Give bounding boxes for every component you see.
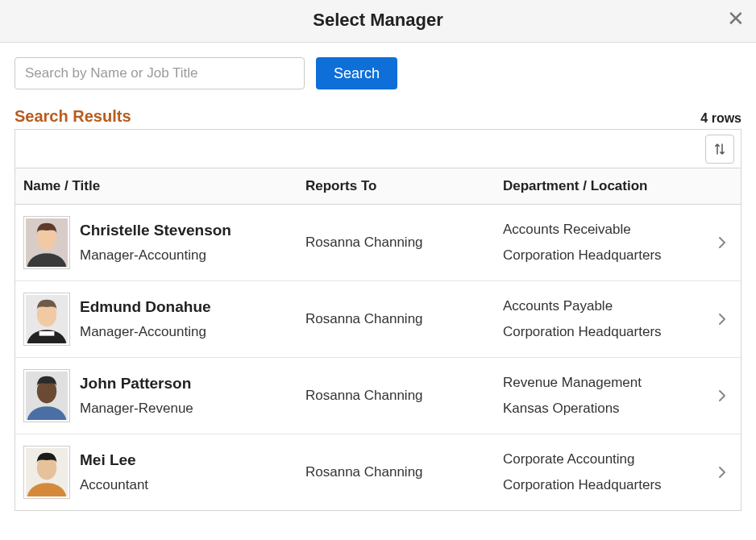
chevron-right-icon: [712, 388, 733, 403]
person-name: Christelle Stevenson: [80, 222, 305, 239]
result-row[interactable]: Mei Lee Accountant Rosanna Channing Corp…: [15, 434, 741, 510]
modal-content: Search Search Results 4 rows Name / Titl…: [0, 43, 756, 511]
department: Revenue Management: [503, 375, 712, 391]
person-name: Edmund Donahue: [80, 298, 305, 316]
location: Kansas Operations: [503, 401, 712, 417]
department: Corporate Accounting: [503, 451, 712, 467]
chevron-right-icon: [712, 235, 733, 250]
column-header-reports: Reports To: [305, 178, 503, 194]
column-header-dept: Department / Location: [503, 178, 733, 194]
sort-button[interactable]: [705, 135, 734, 164]
name-title-cell: Christelle Stevenson Manager-Accounting: [80, 222, 305, 264]
department: Accounts Receivable: [503, 222, 712, 238]
dept-loc-cell: Accounts Receivable Corporation Headquar…: [503, 222, 712, 264]
avatar: [23, 216, 70, 269]
results-toolbar: [15, 129, 741, 168]
person-title: Manager-Revenue: [80, 401, 305, 417]
svg-rect-5: [39, 331, 55, 336]
location: Corporation Headquarters: [503, 477, 712, 493]
person-name: John Patterson: [80, 375, 305, 393]
sort-icon: [712, 142, 727, 156]
reports-to-cell: Rosanna Channing: [305, 235, 503, 251]
reports-to-cell: Rosanna Channing: [305, 311, 503, 327]
result-row[interactable]: Edmund Donahue Manager-Accounting Rosann…: [15, 280, 741, 357]
person-title: Accountant: [80, 477, 305, 493]
dept-loc-cell: Accounts Payable Corporation Headquarter…: [503, 298, 712, 340]
reports-to-cell: Rosanna Channing: [305, 464, 503, 480]
column-header-name: Name / Title: [23, 178, 305, 194]
person-name: Mei Lee: [80, 451, 305, 469]
results-header: Search Results 4 rows: [15, 107, 741, 126]
department: Accounts Payable: [503, 298, 712, 314]
results-heading: Search Results: [15, 107, 131, 126]
name-title-cell: John Patterson Manager-Revenue: [80, 375, 305, 417]
location: Corporation Headquarters: [503, 324, 712, 340]
avatar: [23, 293, 70, 346]
chevron-right-icon: [712, 465, 733, 480]
result-row[interactable]: John Patterson Manager-Revenue Rosanna C…: [15, 357, 741, 434]
avatar: [23, 446, 70, 499]
name-title-cell: Mei Lee Accountant: [80, 451, 305, 493]
dept-loc-cell: Corporate Accounting Corporation Headqua…: [503, 451, 712, 493]
search-input[interactable]: [15, 57, 305, 89]
search-row: Search: [15, 57, 741, 89]
avatar: [23, 369, 70, 422]
reports-to-cell: Rosanna Channing: [305, 388, 503, 404]
modal-header: Select Manager ✕: [0, 0, 756, 43]
search-button[interactable]: Search: [316, 57, 397, 89]
person-title: Manager-Accounting: [80, 247, 305, 264]
close-icon: ✕: [727, 6, 745, 31]
modal-title: Select Manager: [313, 10, 442, 30]
name-title-cell: Edmund Donahue Manager-Accounting: [80, 298, 305, 340]
location: Corporation Headquarters: [503, 247, 712, 264]
row-count: 4 rows: [700, 111, 741, 126]
close-button[interactable]: ✕: [727, 8, 745, 29]
person-title: Manager-Accounting: [80, 324, 305, 340]
result-row[interactable]: Christelle Stevenson Manager-Accounting …: [15, 205, 741, 280]
result-list: Christelle Stevenson Manager-Accounting …: [15, 205, 741, 511]
column-headers: Name / Title Reports To Department / Loc…: [15, 168, 741, 205]
chevron-right-icon: [712, 312, 733, 326]
dept-loc-cell: Revenue Management Kansas Operations: [503, 375, 712, 417]
